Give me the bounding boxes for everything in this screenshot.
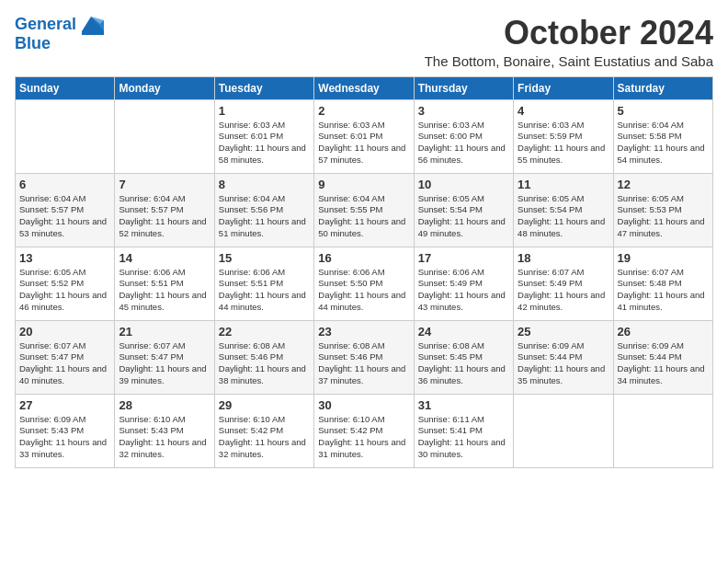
col-sunday: Sunday [16,76,115,99]
cell-info: Sunrise: 6:04 AM Sunset: 5:56 PM Dayligh… [219,193,310,240]
list-item: 13Sunrise: 6:05 AM Sunset: 5:52 PM Dayli… [16,247,115,320]
cell-day-number: 10 [418,178,509,191]
cell-info: Sunrise: 6:07 AM Sunset: 5:47 PM Dayligh… [119,340,210,387]
cell-day-number: 27 [19,398,110,412]
cell-info: Sunrise: 6:06 AM Sunset: 5:51 PM Dayligh… [119,267,210,314]
list-item: 17Sunrise: 6:06 AM Sunset: 5:49 PM Dayli… [414,247,513,320]
header-row: Sunday Monday Tuesday Wednesday Thursday… [16,76,713,99]
list-item [16,99,115,173]
list-item: 20Sunrise: 6:07 AM Sunset: 5:47 PM Dayli… [16,320,115,394]
header: General Blue October 2024 The Bottom, Bo… [15,15,713,69]
cell-day-number: 8 [219,178,310,191]
list-item: 16Sunrise: 6:06 AM Sunset: 5:50 PM Dayli… [314,247,414,320]
cell-day-number: 29 [219,398,310,412]
cell-info: Sunrise: 6:08 AM Sunset: 5:46 PM Dayligh… [219,340,310,387]
cell-info: Sunrise: 6:09 AM Sunset: 5:44 PM Dayligh… [618,340,709,387]
cell-day-number: 22 [219,325,310,339]
list-item: 18Sunrise: 6:07 AM Sunset: 5:49 PM Dayli… [514,247,613,320]
page-container: General Blue October 2024 The Bottom, Bo… [15,15,713,468]
cell-day-number: 20 [19,325,110,339]
cell-day-number: 5 [618,104,709,118]
table-row: 13Sunrise: 6:05 AM Sunset: 5:52 PM Dayli… [16,247,713,320]
cell-info: Sunrise: 6:07 AM Sunset: 5:47 PM Dayligh… [19,340,110,387]
cell-day-number: 26 [618,325,709,339]
cell-info: Sunrise: 6:10 AM Sunset: 5:42 PM Dayligh… [219,414,310,461]
location-title: The Bottom, Bonaire, Saint Eustatius and… [425,53,713,69]
cell-info: Sunrise: 6:07 AM Sunset: 5:49 PM Dayligh… [518,267,609,314]
cell-info: Sunrise: 6:06 AM Sunset: 5:49 PM Dayligh… [418,267,509,314]
cell-day-number: 3 [418,104,509,118]
list-item: 3Sunrise: 6:03 AM Sunset: 6:00 PM Daylig… [414,99,513,173]
cell-info: Sunrise: 6:03 AM Sunset: 6:01 PM Dayligh… [318,120,409,167]
cell-info: Sunrise: 6:07 AM Sunset: 5:48 PM Dayligh… [618,267,709,314]
col-tuesday: Tuesday [214,76,313,99]
list-item: 28Sunrise: 6:10 AM Sunset: 5:43 PM Dayli… [115,394,214,467]
table-row: 6Sunrise: 6:04 AM Sunset: 5:57 PM Daylig… [16,173,713,247]
cell-info: Sunrise: 6:06 AM Sunset: 5:50 PM Dayligh… [318,267,409,314]
cell-day-number: 25 [518,325,609,339]
cell-info: Sunrise: 6:05 AM Sunset: 5:54 PM Dayligh… [418,193,509,240]
list-item: 12Sunrise: 6:05 AM Sunset: 5:53 PM Dayli… [613,173,712,247]
cell-day-number: 1 [219,104,310,118]
logo-icon [78,15,104,35]
list-item: 9Sunrise: 6:04 AM Sunset: 5:55 PM Daylig… [314,173,414,247]
table-row: 27Sunrise: 6:09 AM Sunset: 5:43 PM Dayli… [16,394,713,467]
list-item: 24Sunrise: 6:08 AM Sunset: 5:45 PM Dayli… [414,320,513,394]
cell-info: Sunrise: 6:04 AM Sunset: 5:57 PM Dayligh… [119,193,210,240]
cell-day-number: 16 [318,251,409,265]
cell-info: Sunrise: 6:05 AM Sunset: 5:53 PM Dayligh… [618,193,709,240]
list-item: 23Sunrise: 6:08 AM Sunset: 5:46 PM Dayli… [314,320,414,394]
list-item: 7Sunrise: 6:04 AM Sunset: 5:57 PM Daylig… [115,173,214,247]
list-item [514,394,613,467]
list-item: 25Sunrise: 6:09 AM Sunset: 5:44 PM Dayli… [514,320,613,394]
cell-day-number: 6 [19,178,110,191]
cell-day-number: 28 [119,398,210,412]
cell-day-number: 18 [518,251,609,265]
cell-info: Sunrise: 6:05 AM Sunset: 5:54 PM Dayligh… [518,193,609,240]
list-item: 29Sunrise: 6:10 AM Sunset: 5:42 PM Dayli… [214,394,313,467]
cell-day-number: 21 [119,325,210,339]
list-item: 15Sunrise: 6:06 AM Sunset: 5:51 PM Dayli… [214,247,313,320]
cell-day-number: 23 [318,325,409,339]
cell-info: Sunrise: 6:11 AM Sunset: 5:41 PM Dayligh… [418,414,509,461]
cell-day-number: 12 [618,178,709,191]
list-item: 8Sunrise: 6:04 AM Sunset: 5:56 PM Daylig… [214,173,313,247]
cell-info: Sunrise: 6:04 AM Sunset: 5:58 PM Dayligh… [618,120,709,167]
logo-text2: Blue [15,35,104,53]
list-item: 14Sunrise: 6:06 AM Sunset: 5:51 PM Dayli… [115,247,214,320]
cell-day-number: 24 [418,325,509,339]
cell-info: Sunrise: 6:05 AM Sunset: 5:52 PM Dayligh… [19,267,110,314]
logo-text: General [15,16,76,34]
cell-day-number: 31 [418,398,509,412]
cell-info: Sunrise: 6:04 AM Sunset: 5:57 PM Dayligh… [19,193,110,240]
list-item: 6Sunrise: 6:04 AM Sunset: 5:57 PM Daylig… [16,173,115,247]
list-item: 22Sunrise: 6:08 AM Sunset: 5:46 PM Dayli… [214,320,313,394]
cell-day-number: 13 [19,251,110,265]
cell-info: Sunrise: 6:04 AM Sunset: 5:55 PM Dayligh… [318,193,409,240]
cell-info: Sunrise: 6:06 AM Sunset: 5:51 PM Dayligh… [219,267,310,314]
cell-info: Sunrise: 6:03 AM Sunset: 5:59 PM Dayligh… [518,120,609,167]
list-item: 31Sunrise: 6:11 AM Sunset: 5:41 PM Dayli… [414,394,513,467]
cell-info: Sunrise: 6:08 AM Sunset: 5:46 PM Dayligh… [318,340,409,387]
col-monday: Monday [115,76,214,99]
list-item: 26Sunrise: 6:09 AM Sunset: 5:44 PM Dayli… [613,320,712,394]
cell-day-number: 17 [418,251,509,265]
cell-info: Sunrise: 6:03 AM Sunset: 6:00 PM Dayligh… [418,120,509,167]
cell-day-number: 4 [518,104,609,118]
col-wednesday: Wednesday [314,76,414,99]
cell-day-number: 15 [219,251,310,265]
cell-day-number: 14 [119,251,210,265]
list-item: 5Sunrise: 6:04 AM Sunset: 5:58 PM Daylig… [613,99,712,173]
table-row: 1Sunrise: 6:03 AM Sunset: 6:01 PM Daylig… [16,99,713,173]
list-item: 21Sunrise: 6:07 AM Sunset: 5:47 PM Dayli… [115,320,214,394]
table-row: 20Sunrise: 6:07 AM Sunset: 5:47 PM Dayli… [16,320,713,394]
cell-info: Sunrise: 6:09 AM Sunset: 5:44 PM Dayligh… [518,340,609,387]
logo: General Blue [15,15,104,53]
cell-day-number: 30 [318,398,409,412]
list-item: 30Sunrise: 6:10 AM Sunset: 5:42 PM Dayli… [314,394,414,467]
col-friday: Friday [514,76,613,99]
list-item [613,394,712,467]
col-thursday: Thursday [414,76,513,99]
cell-day-number: 2 [318,104,409,118]
cell-info: Sunrise: 6:08 AM Sunset: 5:45 PM Dayligh… [418,340,509,387]
